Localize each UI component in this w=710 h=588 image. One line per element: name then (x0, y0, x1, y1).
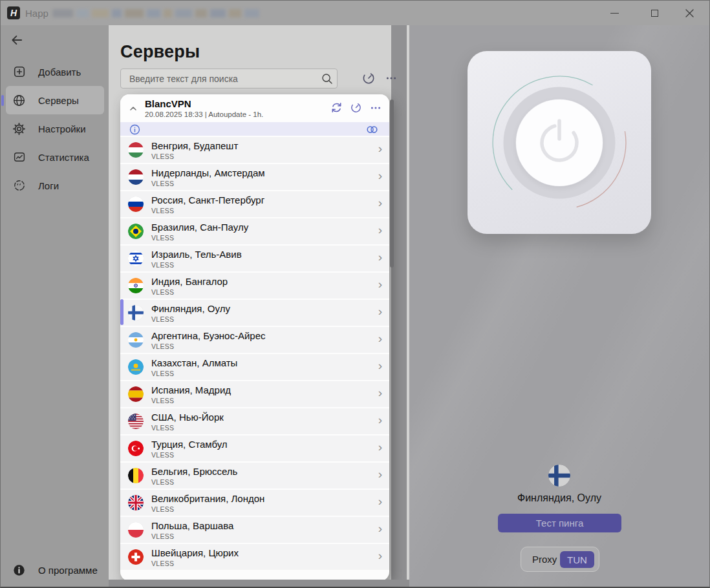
sidebar-item-statistics[interactable]: Статистика (1, 143, 109, 171)
server-row[interactable]: Финляндия, ОулуVLESS› (120, 300, 389, 327)
refresh-icon[interactable] (330, 101, 343, 114)
card-more-icon[interactable] (369, 101, 382, 114)
country-flag-icon (128, 332, 144, 348)
server-row[interactable]: Швейцария, ЦюрихVLESS› (120, 544, 389, 571)
server-protocol: VLESS (151, 451, 228, 459)
chevron-right-icon: › (378, 359, 382, 373)
server-protocol: VLESS (151, 261, 242, 269)
ping-test-button[interactable]: Тест пинга (498, 514, 621, 532)
scrollbar-thumb[interactable] (390, 100, 394, 268)
country-flag-icon (128, 169, 144, 185)
mode-option-tun[interactable]: TUN (560, 551, 594, 568)
country-flag-icon (128, 359, 144, 375)
subscription-name: BlancVPN (145, 98, 191, 109)
server-name: Испания, Мадрид (151, 384, 231, 396)
maximize-button[interactable] (640, 1, 669, 25)
server-row[interactable]: Индия, БангалорVLESS› (120, 273, 389, 300)
server-protocol: VLESS (151, 315, 230, 323)
add-square-icon (12, 65, 26, 79)
server-row[interactable]: Нидерланды, АмстердамVLESS› (120, 164, 389, 191)
about-info-icon (12, 563, 26, 577)
server-row[interactable]: Бельгия, БрюссельVLESS› (120, 463, 389, 490)
server-row[interactable]: Турция, СтамбулVLESS› (120, 436, 389, 463)
country-flag-icon (128, 251, 144, 266)
logs-icon (12, 179, 26, 193)
app-title: Happ (25, 8, 48, 19)
server-protocol: VLESS (151, 478, 237, 486)
server-list: Венгрия, БудапештVLESS›Нидерланды, Амсте… (120, 137, 389, 571)
search-icon (317, 73, 337, 85)
sidebar-nav: Добавить Серверы (1, 58, 109, 200)
chevron-right-icon: › (378, 521, 382, 536)
server-row[interactable]: Израиль, Тель-АвивVLESS› (120, 246, 389, 273)
sidebar-item-label: Логи (38, 180, 59, 191)
collapse-chevron-icon[interactable] (128, 103, 138, 114)
power-button[interactable] (516, 100, 603, 186)
back-button[interactable] (10, 33, 28, 50)
server-name: Бразилия, Сан-Паулу (151, 222, 248, 233)
server-row[interactable]: Польша, ВаршаваVLESS› (120, 517, 389, 544)
subscription-info-bar (120, 122, 389, 137)
chevron-right-icon: › (378, 386, 382, 400)
app-window: H Happ Добавить (0, 0, 710, 588)
active-item-accent (1, 95, 4, 106)
selected-location-flag (548, 465, 570, 487)
server-name: Казахстан, Алматы (151, 357, 237, 369)
speedtest-button[interactable] (361, 71, 376, 85)
chevron-right-icon: › (378, 331, 382, 346)
subscription-meta: 20.08.2025 18:33 | Autoupdate - 1h. (145, 110, 263, 118)
sidebar-item-label: Настройки (38, 123, 86, 134)
chevron-right-icon: › (378, 142, 382, 156)
country-flag-icon (128, 495, 144, 510)
server-protocol: VLESS (151, 342, 266, 350)
chevron-right-icon: › (378, 250, 382, 264)
sidebar-item-settings[interactable]: Настройки (1, 114, 109, 143)
info-icon[interactable] (129, 124, 140, 135)
country-flag-icon (128, 441, 144, 456)
country-flag-icon (128, 142, 144, 158)
country-flag-icon (128, 386, 144, 402)
server-protocol: VLESS (151, 532, 233, 540)
chevron-right-icon: › (378, 413, 382, 427)
server-row[interactable]: Аргентина, Буэнос-АйресVLESS› (120, 327, 389, 354)
server-protocol: VLESS (151, 180, 265, 187)
server-row[interactable]: США, Нью-ЙоркVLESS› (120, 408, 389, 436)
sidebar-item-about[interactable]: О программе (1, 557, 109, 583)
gear-icon (12, 122, 26, 136)
chevron-right-icon: › (378, 196, 382, 210)
minimize-button[interactable] (599, 1, 629, 25)
server-name: Израиль, Тель-Авив (151, 249, 242, 260)
mode-option-proxy[interactable]: Proxy (532, 554, 557, 565)
sidebar-item-servers[interactable]: Серверы (1, 86, 109, 114)
chevron-right-icon: › (378, 467, 382, 481)
country-flag-icon (128, 196, 144, 212)
server-row[interactable]: Россия, Санкт-ПетербургVLESS› (120, 191, 389, 218)
server-row[interactable]: Испания, МадридVLESS› (120, 381, 389, 408)
subscription-header: BlancVPN 20.08.2025 18:33 | Autoupdate -… (120, 94, 389, 122)
server-row[interactable]: Казахстан, АлматыVLESS› (120, 354, 389, 381)
connection-panel: Финляндия, Оулу Тест пинга Proxy TUN (409, 25, 709, 587)
server-name: Турция, Стамбул (151, 439, 228, 450)
titlebar: H Happ (1, 1, 709, 25)
server-protocol: VLESS (151, 397, 231, 404)
search-input[interactable] (121, 74, 317, 84)
server-protocol: VLESS (151, 424, 224, 432)
sidebar-item-logs[interactable]: Логи (1, 171, 109, 200)
server-protocol: VLESS (151, 370, 237, 377)
server-row[interactable]: Великобритания, ЛондонVLESS› (120, 490, 389, 517)
sidebar-item-add[interactable]: Добавить (1, 58, 109, 86)
country-flag-icon (128, 414, 144, 429)
server-name: Польша, Варшава (151, 520, 233, 532)
selected-row-indicator (120, 299, 124, 325)
server-row[interactable]: Венгрия, БудапештVLESS› (120, 137, 389, 164)
chevron-right-icon: › (378, 494, 382, 509)
link-icon[interactable] (366, 125, 378, 134)
panel-more-button[interactable] (384, 71, 398, 85)
server-protocol: VLESS (151, 152, 238, 160)
ping-gauge-icon[interactable] (350, 101, 362, 114)
close-button[interactable] (674, 1, 704, 25)
chevron-right-icon: › (378, 549, 382, 563)
server-row[interactable]: Бразилия, Сан-ПаулуVLESS› (120, 218, 389, 246)
server-protocol: VLESS (151, 234, 248, 242)
server-name: США, Нью-Йорк (151, 412, 224, 423)
